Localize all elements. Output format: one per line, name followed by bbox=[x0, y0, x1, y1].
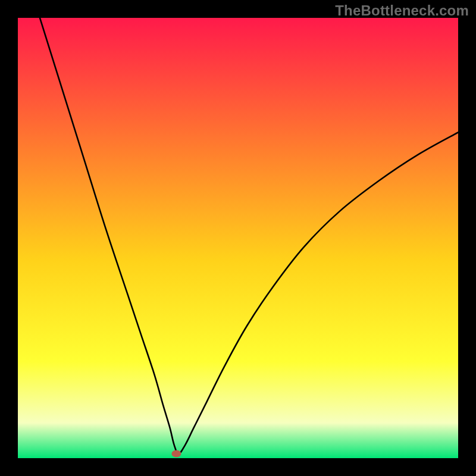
minimum-marker bbox=[171, 450, 181, 458]
chart-frame: TheBottleneck.com bbox=[0, 0, 476, 476]
watermark-text: TheBottleneck.com bbox=[335, 2, 469, 19]
plot-area bbox=[18, 18, 458, 458]
gradient-background bbox=[18, 18, 458, 458]
chart-svg bbox=[18, 18, 458, 458]
